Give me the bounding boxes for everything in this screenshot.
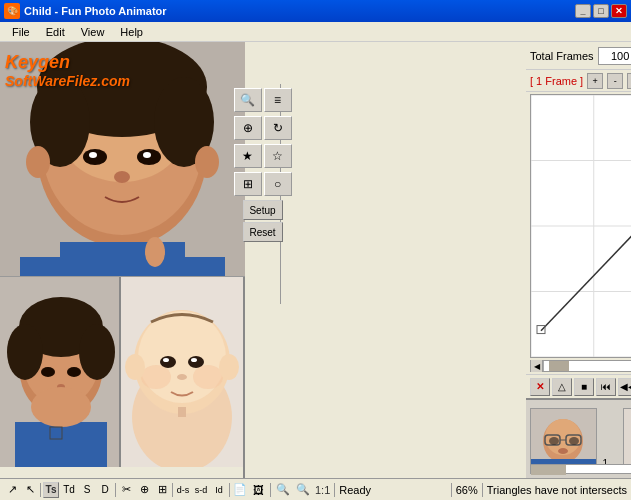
svg-point-24: [41, 367, 55, 377]
bottom-right-svg: [121, 277, 243, 467]
tools-strip: 🔍 ≡ ⊕ ↻ ★ ☆ ⊞ ○ Setup Reset: [245, 84, 281, 304]
svg-line-55: [541, 105, 631, 331]
thumb-img-1: [531, 409, 596, 469]
svg-rect-57: [537, 326, 545, 334]
thumbnail-2[interactable]: 2: [623, 408, 631, 470]
watermark-line2: SoftWareFilez.com: [5, 73, 130, 89]
status-div3: [172, 483, 173, 497]
playback-bar: ✕ △ ■ ⏮ ◀◀ ▶▶ ⏭ 🔄 ⊠ ⊡: [526, 374, 631, 398]
thumbnail-1[interactable]: 1: [530, 408, 597, 470]
tool-star[interactable]: ★: [234, 144, 262, 168]
status-div7: [451, 483, 452, 497]
bottom-photo-right: [121, 277, 243, 467]
status-div6: [334, 483, 335, 497]
status-icon-zoom-plus[interactable]: 🔍: [295, 482, 311, 498]
svg-point-22: [7, 324, 43, 380]
scroll-thumb[interactable]: [549, 361, 569, 371]
status-triangles: Triangles have not intersects: [487, 484, 627, 496]
watermark-line1: Keygen: [5, 52, 130, 73]
status-icon-s[interactable]: S: [79, 482, 95, 498]
tool-zoom[interactable]: ⊕: [234, 116, 262, 140]
frame-range-label: [ 1 Frame ]: [530, 75, 583, 87]
tool-rotate[interactable]: ↻: [264, 116, 292, 140]
title-bar-left: 🎨 Child - Fun Photo Animator: [4, 3, 167, 19]
status-icon-grid[interactable]: ⊞: [154, 482, 170, 498]
tool-grid[interactable]: ⊞: [234, 172, 262, 196]
svg-rect-16: [60, 242, 185, 262]
thumb1-svg: [531, 409, 596, 469]
status-div4: [229, 483, 230, 497]
status-icon-d-s[interactable]: d-s: [175, 482, 191, 498]
left-panel: Keygen SoftWareFilez.com: [0, 42, 245, 478]
setup-button[interactable]: Setup: [243, 200, 283, 220]
status-icon-photo[interactable]: 🖼: [250, 482, 266, 498]
play-stop-btn[interactable]: ■: [574, 378, 594, 396]
frame-minus-btn[interactable]: -: [607, 73, 623, 89]
svg-rect-28: [15, 422, 107, 467]
svg-point-65: [569, 437, 579, 445]
frame-back-btn[interactable]: ◀: [627, 73, 631, 89]
title-bar: 🎨 Child - Fun Photo Animator _ □ ✕: [0, 0, 631, 22]
status-icon-s-d[interactable]: s-d: [193, 482, 209, 498]
svg-point-43: [219, 354, 239, 380]
timeline-scrollbar[interactable]: ◀ ▶: [530, 360, 631, 372]
status-icon-text[interactable]: Ts: [43, 482, 59, 498]
menu-file[interactable]: File: [4, 24, 38, 40]
maximize-button[interactable]: □: [593, 4, 609, 18]
status-icon-id[interactable]: Id: [211, 482, 227, 498]
frame-add-btn[interactable]: +: [587, 73, 603, 89]
menu-bar: File Edit View Help: [0, 22, 631, 42]
status-div5: [270, 483, 271, 497]
status-icon-td[interactable]: Td: [61, 482, 77, 498]
triangle-btn[interactable]: △: [552, 378, 572, 396]
svg-point-29: [31, 387, 91, 427]
scroll-track: [543, 361, 631, 371]
svg-point-17: [145, 237, 165, 267]
thumbnail-strip: 1: [526, 398, 631, 478]
tool-select[interactable]: 🔍: [234, 88, 262, 112]
status-icon-move[interactable]: ⊕: [136, 482, 152, 498]
tool-circle[interactable]: ○: [264, 172, 292, 196]
svg-point-25: [67, 367, 81, 377]
scroll-left-btn[interactable]: ◀: [531, 360, 543, 372]
svg-point-11: [114, 171, 130, 183]
status-icon-page[interactable]: 📄: [232, 482, 248, 498]
close-button[interactable]: ✕: [611, 4, 627, 18]
thumb-scroll-thumb[interactable]: [531, 465, 566, 475]
svg-point-34: [138, 311, 226, 403]
anim-right: Total Frames ▲ ▼ [ 1 Frame ] + - ◀ ▶: [526, 42, 631, 478]
svg-point-13: [195, 146, 219, 178]
status-icon-cursor[interactable]: ↖: [22, 482, 38, 498]
status-icon-zoom-minus[interactable]: 🔍: [275, 482, 291, 498]
svg-point-38: [191, 358, 197, 362]
total-frames-input[interactable]: [598, 47, 631, 65]
svg-rect-68: [624, 409, 631, 469]
watermark: Keygen SoftWareFilez.com: [5, 52, 130, 89]
status-div8: [482, 483, 483, 497]
status-icon-arrow[interactable]: ↗: [4, 482, 20, 498]
thumb2-svg: [624, 409, 631, 469]
frames-bar: Total Frames ▲ ▼: [526, 42, 631, 70]
tool-list[interactable]: ≡: [264, 88, 292, 112]
zoom-ratio: 1:1: [315, 484, 330, 496]
total-frames-label: Total Frames: [530, 50, 594, 62]
svg-point-64: [549, 437, 559, 445]
status-div1: [40, 483, 41, 497]
rewind-btn[interactable]: ◀◀: [618, 378, 631, 396]
svg-point-23: [79, 324, 115, 380]
minimize-button[interactable]: _: [575, 4, 591, 18]
status-icon-d[interactable]: D: [97, 482, 113, 498]
bottom-photo-left: [0, 277, 121, 467]
prev-frame-btn[interactable]: ⏮: [596, 378, 616, 396]
thumb-scrollbar[interactable]: [530, 464, 631, 474]
menu-help[interactable]: Help: [112, 24, 151, 40]
svg-point-66: [558, 448, 568, 454]
tool-star-outline[interactable]: ☆: [264, 144, 292, 168]
title-controls[interactable]: _ □ ✕: [575, 4, 627, 18]
status-icon-scissors[interactable]: ✂: [118, 482, 134, 498]
menu-view[interactable]: View: [73, 24, 113, 40]
stop-btn[interactable]: ✕: [530, 378, 550, 396]
menu-edit[interactable]: Edit: [38, 24, 73, 40]
reset-button[interactable]: Reset: [243, 222, 283, 242]
thumb-img-2: [624, 409, 631, 469]
